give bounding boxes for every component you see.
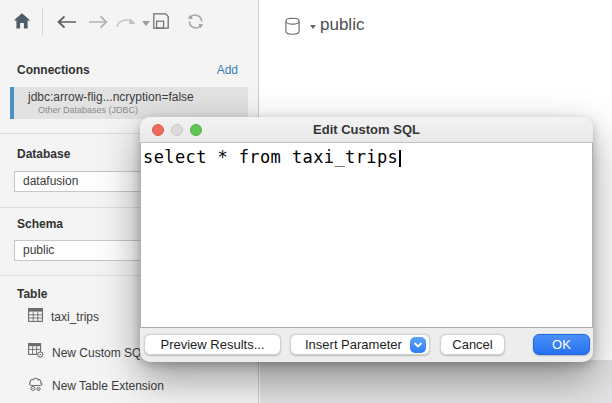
- connections-title: Connections: [17, 63, 90, 77]
- chevron-down-icon[interactable]: [410, 337, 426, 353]
- ok-button[interactable]: OK: [533, 334, 590, 355]
- home-icon[interactable]: [12, 11, 32, 31]
- redo-dropdown-caret-icon[interactable]: [142, 21, 150, 26]
- redo-icon[interactable]: [115, 16, 141, 29]
- edit-custom-sql-dialog: Edit Custom SQL select * from taxi_trips…: [140, 117, 593, 362]
- table-extension-icon: [28, 376, 44, 396]
- insert-parameter-button[interactable]: Insert Parameter: [290, 334, 430, 355]
- database-cylinder-icon: [284, 17, 302, 41]
- table-item-taxi-trips[interactable]: taxi_trips: [28, 308, 99, 326]
- cancel-button[interactable]: Cancel: [440, 334, 505, 355]
- new-table-extension-label: New Table Extension: [52, 379, 164, 393]
- new-custom-sql-label: New Custom SQL: [52, 346, 148, 360]
- schema-value: public: [23, 243, 54, 257]
- dialog-button-row: Preview Results... Insert Parameter Canc…: [140, 328, 593, 362]
- custom-sql-icon: [28, 343, 44, 362]
- sql-text-editor[interactable]: select * from taxi_trips: [140, 143, 593, 328]
- connection-item-selected[interactable]: jdbc:arrow-flig...ncryption=false Other …: [10, 87, 248, 119]
- refresh-icon[interactable]: [185, 12, 206, 31]
- minimize-button: [171, 124, 183, 136]
- connection-type: Other Databases (JDBC): [38, 105, 244, 115]
- toolbar: [0, 0, 259, 44]
- dialog-titlebar[interactable]: Edit Custom SQL: [140, 117, 593, 143]
- text-cursor: [399, 150, 401, 167]
- data-grid-area: [260, 360, 612, 403]
- window-controls: [152, 124, 202, 136]
- close-button[interactable]: [152, 124, 164, 136]
- insert-parameter-label: Insert Parameter: [305, 337, 402, 352]
- new-custom-sql-item[interactable]: New Custom SQL: [28, 343, 148, 362]
- toolbar-separator: [42, 8, 43, 35]
- back-icon[interactable]: [56, 15, 77, 29]
- schema-label: Schema: [17, 217, 63, 231]
- dialog-title: Edit Custom SQL: [313, 122, 420, 137]
- sql-text: select * from taxi_trips: [143, 147, 398, 167]
- database-label: Database: [17, 147, 70, 161]
- connections-header: Connections Add: [17, 63, 238, 77]
- save-icon[interactable]: [152, 12, 170, 30]
- connection-name: jdbc:arrow-flig...ncryption=false: [28, 90, 244, 104]
- datasource-dropdown-caret[interactable]: [310, 25, 316, 29]
- new-table-extension-item[interactable]: New Table Extension: [28, 376, 164, 396]
- table-label: Table: [17, 287, 47, 301]
- table-item-label: taxi_trips: [51, 310, 99, 324]
- zoom-button[interactable]: [190, 124, 202, 136]
- datasource-name[interactable]: public: [320, 15, 364, 35]
- forward-icon[interactable]: [88, 15, 109, 29]
- database-value: datafusion: [23, 174, 78, 188]
- add-connection-link[interactable]: Add: [217, 63, 238, 77]
- canvas-header: public: [284, 15, 364, 35]
- table-grid-icon: [28, 308, 43, 326]
- preview-results-button[interactable]: Preview Results...: [144, 334, 281, 355]
- tableau-datasource-window: Connections Add jdbc:arrow-flig...ncrypt…: [0, 0, 612, 403]
